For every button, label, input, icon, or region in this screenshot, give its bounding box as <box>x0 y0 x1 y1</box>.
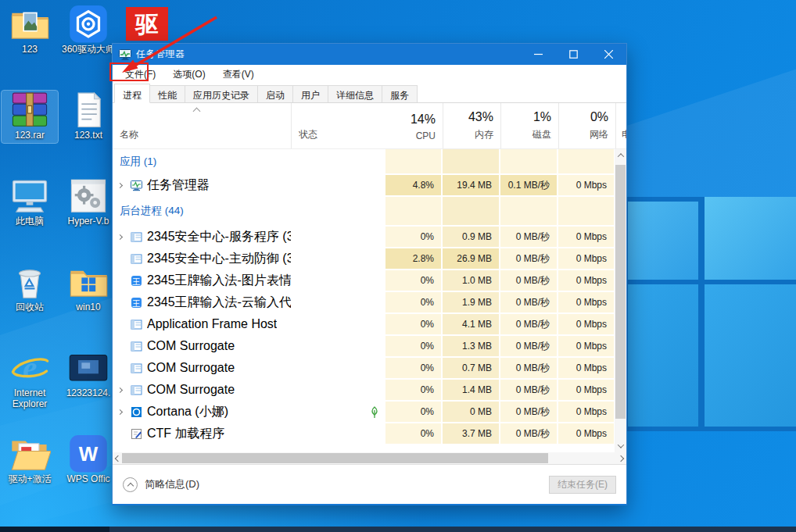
cell-mem <box>443 149 500 175</box>
desktop-icon-qudong-app[interactable]: 驱 <box>119 5 175 45</box>
process-row[interactable]: 任务管理器4.8%19.4 MB0.1 MB/秒0 Mbps <box>113 175 616 197</box>
close-button[interactable] <box>591 44 626 65</box>
windows-logo-wallpaper <box>626 197 796 431</box>
process-name: 2345王牌输入法-图片表情辅助... <box>147 273 291 289</box>
desktop-icon-recycle-bin[interactable]: 回收站 <box>2 262 58 315</box>
desktop-icon-wps-office[interactable]: WWPS Offic <box>60 434 117 487</box>
cell-net: 0 Mbps <box>558 270 615 292</box>
scroll-right-arrow[interactable] <box>615 452 626 464</box>
scroll-down-arrow[interactable] <box>615 440 626 452</box>
process-row[interactable]: 2345安全中心-主动防御 (32 位)2.8%26.9 MB0 MB/秒0 M… <box>113 248 616 270</box>
expand-chevron-icon[interactable] <box>113 235 127 239</box>
tab-2[interactable]: 应用历史记录 <box>185 85 258 102</box>
process-name: Application Frame Host <box>147 317 277 331</box>
menu-item-1[interactable]: 选项(O) <box>164 65 213 84</box>
desktop: 123360驱动大师驱123.rar123.txt此电脑Hyper-V.b回收站… <box>0 0 796 532</box>
menu-item-0[interactable]: 文件(F) <box>117 65 164 84</box>
horizontal-scrollbar-thumb[interactable] <box>122 453 548 463</box>
expand-chevron-icon[interactable] <box>113 388 127 392</box>
process-row[interactable]: Application Frame Host0%4.1 MB0 MB/秒0 Mb… <box>113 314 616 336</box>
tab-3[interactable]: 启动 <box>257 85 293 102</box>
column-header-mem[interactable]: 43%内存 <box>443 103 500 148</box>
desktop-icon-rar-123[interactable]: 123.rar <box>2 91 58 143</box>
process-group-header[interactable]: 应用 (1) <box>113 149 616 175</box>
svg-text:e: e <box>23 349 37 385</box>
maximize-button[interactable] <box>556 44 591 65</box>
expand-chevron-icon[interactable] <box>113 410 127 414</box>
process-row[interactable]: Cortana (小娜)0%0 MB0 MB/秒0 Mbps <box>113 402 616 423</box>
column-header-disk[interactable]: 1%磁盘 <box>500 103 558 148</box>
tab-0[interactable]: 进程 <box>114 84 150 103</box>
tab-4[interactable]: 用户 <box>292 85 328 102</box>
process-row[interactable]: COM Surrogate0%1.3 MB0 MB/秒0 Mbps <box>113 336 616 358</box>
column-header-cpu[interactable]: 14%CPU <box>385 103 443 148</box>
cell-mem: 1.9 MB <box>443 292 500 314</box>
desktop-icon-internet-explorer[interactable]: eInternet Explorer <box>2 348 58 412</box>
desktop-icon-win10-folder[interactable]: win10 <box>60 262 117 315</box>
menu-item-2[interactable]: 查看(V) <box>214 65 263 84</box>
horizontal-scrollbar[interactable] <box>113 452 626 464</box>
process-row[interactable]: 王2345王牌输入法-图片表情辅助...0%1.0 MB0 MB/秒0 Mbps <box>113 270 616 292</box>
process-row[interactable]: CTF 加载程序0%3.7 MB0 MB/秒0 Mbps <box>113 423 616 445</box>
cell-mem: 1.0 MB <box>443 270 500 292</box>
status-cell <box>291 380 385 402</box>
sort-ascending-icon <box>194 107 200 113</box>
process-row[interactable]: 2345安全中心-服务程序 (32 位)0%0.9 MB0 MB/秒0 Mbps <box>113 227 616 248</box>
cell-net: 0 Mbps <box>558 380 615 402</box>
process-name-cell: CTF 加载程序 <box>113 423 291 445</box>
vertical-scrollbar[interactable] <box>615 149 626 452</box>
tab-5[interactable]: 详细信息 <box>328 85 382 102</box>
process-icon <box>131 253 142 265</box>
column-header-name[interactable]: 名称 <box>113 103 291 148</box>
desktop-icon-media-12323124[interactable]: 12323124. <box>60 348 117 401</box>
title-bar[interactable]: 任务管理器 <box>113 44 626 65</box>
desktop-icon-label: 此电脑 <box>2 216 58 227</box>
process-name-cell: COM Surrogate <box>113 380 291 402</box>
desktop-icon-label: 123.rar <box>2 130 58 141</box>
taskbar[interactable] <box>0 527 796 532</box>
cell-cpu: 0% <box>385 380 443 402</box>
process-name: COM Surrogate <box>147 361 235 375</box>
desktop-icon-360-driver-master[interactable]: 360驱动大师 <box>60 5 117 57</box>
process-name: COM Surrogate <box>147 383 235 397</box>
cell-mem: 0.7 MB <box>443 358 500 380</box>
cell-mem: 1.4 MB <box>443 380 500 402</box>
qudong-app-icon: 驱 <box>126 6 168 42</box>
column-header-net[interactable]: 0%网络 <box>558 103 615 148</box>
tab-1[interactable]: 性能 <box>149 85 185 102</box>
desktop-icon-hyper-v[interactable]: Hyper-V.b <box>60 177 117 229</box>
expand-chevron-icon[interactable] <box>113 184 127 187</box>
cell-disk: 0.1 MB/秒 <box>500 175 558 197</box>
status-cell <box>291 402 385 423</box>
process-row[interactable]: COM Surrogate0%1.4 MB0 MB/秒0 Mbps <box>113 380 616 402</box>
minimize-button[interactable] <box>521 44 556 65</box>
process-icon <box>131 428 142 440</box>
cell-net: 0 Mbps <box>558 175 615 197</box>
cell-disk <box>500 149 558 175</box>
column-header-status[interactable]: 状态 <box>291 103 385 148</box>
txt-123-icon <box>67 92 109 128</box>
cell-disk: 0 MB/秒 <box>500 248 558 270</box>
process-row[interactable]: COM Surrogate0%0.7 MB0 MB/秒0 Mbps <box>113 358 616 380</box>
scroll-up-arrow[interactable] <box>615 149 626 162</box>
logo-pane <box>705 197 796 280</box>
vertical-scrollbar-thumb[interactable] <box>615 165 626 419</box>
qudong-jihuo-icon <box>9 436 51 472</box>
process-group-header[interactable]: 后台进程 (44) <box>113 197 616 227</box>
desktop-icon-this-pc[interactable]: 此电脑 <box>2 177 58 229</box>
process-name-cell: 任务管理器 <box>113 175 291 197</box>
desktop-icon-qudong-jihuo[interactable]: 驱动+激活 <box>2 434 58 487</box>
desktop-icon-folder-123[interactable]: 123 <box>2 5 58 57</box>
svg-text:驱: 驱 <box>134 12 158 37</box>
detail-toggle[interactable]: 简略信息(D) <box>123 477 199 492</box>
process-name-cell: COM Surrogate <box>113 336 291 358</box>
cell-disk: 0 MB/秒 <box>500 402 558 423</box>
cell-cpu <box>385 197 443 227</box>
process-row[interactable]: 王2345王牌输入法-云输入代理程...0%1.9 MB0 MB/秒0 Mbps <box>113 292 616 314</box>
this-pc-icon <box>9 178 51 214</box>
desktop-icon-txt-123[interactable]: 123.txt <box>60 91 117 143</box>
process-icon: 王 <box>131 275 142 287</box>
tab-6[interactable]: 服务 <box>382 85 418 102</box>
end-task-button[interactable]: 结束任务(E) <box>549 476 616 494</box>
column-header-power[interactable]: 电 <box>615 103 626 148</box>
